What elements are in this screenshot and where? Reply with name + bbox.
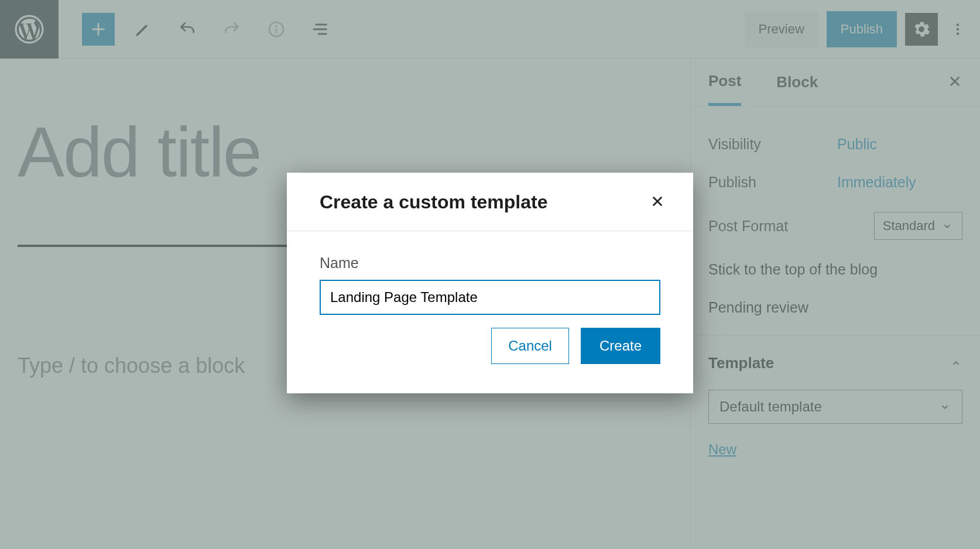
cancel-button[interactable]: Cancel (491, 328, 569, 364)
create-button[interactable]: Create (581, 328, 660, 364)
modal-close-button[interactable] (650, 194, 665, 211)
modal-body: Name Cancel Create (287, 231, 693, 393)
modal-actions: Cancel Create (320, 328, 660, 364)
modal-header: Create a custom template (287, 173, 693, 231)
modal-overlay: Create a custom template Name Cancel Cre… (0, 0, 980, 549)
close-icon (650, 194, 665, 209)
create-template-modal: Create a custom template Name Cancel Cre… (287, 173, 693, 393)
modal-title: Create a custom template (320, 191, 547, 213)
template-name-input[interactable] (320, 280, 660, 315)
template-name-label: Name (320, 255, 660, 272)
